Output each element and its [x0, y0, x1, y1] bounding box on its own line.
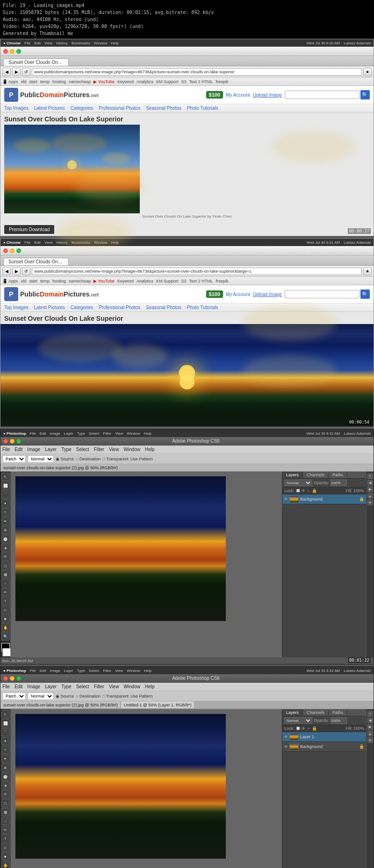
ps-menu-layer-2[interactable]: Layer — [64, 669, 73, 673]
bookmark-youtube-2[interactable]: ▶ YouTube — [94, 279, 115, 283]
ps-tool-brush-2[interactable]: ⬤ — [1, 772, 10, 781]
ps-strip-btn-7[interactable]: ◀ — [367, 718, 373, 723]
ps-menu-help-1[interactable]: Help — [144, 431, 151, 436]
bookmark-analytics-2[interactable]: Analytics — [137, 279, 153, 283]
ps-menu-edit-2[interactable]: Edit — [40, 669, 46, 673]
ps-menu-window-1[interactable]: Window — [127, 431, 140, 436]
ps-mb-image-2[interactable]: Image — [27, 684, 40, 689]
ps-tool-magic-2[interactable]: ✦ — [1, 737, 10, 745]
menu-view-1[interactable]: View — [44, 41, 52, 45]
my-account-link-1[interactable]: My Account — [226, 92, 250, 98]
ps-tool-hand-2[interactable]: ✋ — [1, 861, 10, 868]
ps-strip-btn-3[interactable]: ▶ — [367, 487, 373, 492]
ps-opacity-input-1[interactable] — [331, 480, 347, 486]
ps-mb-layer-2[interactable]: Layer — [45, 684, 57, 689]
ps-mb-help-2[interactable]: Help — [145, 684, 155, 689]
ps-mb-type-2[interactable]: Type — [61, 684, 72, 689]
ps-blend-mode-2[interactable]: Normal — [284, 717, 312, 724]
forward-button-1[interactable]: ▶ — [12, 68, 21, 76]
ps-menu-file-1[interactable]: File — [30, 431, 36, 436]
ps-mb-type-1[interactable]: Type — [61, 447, 72, 452]
bookmark-namecheap-1[interactable]: namecheap — [69, 79, 91, 84]
ps-close-1[interactable] — [3, 439, 8, 444]
bookmark-text2html-2[interactable]: Text 2 HTML — [189, 279, 213, 283]
ps-tool-history-1[interactable]: ⟳ — [1, 552, 10, 561]
ps-strip-btn-1[interactable]: T — [367, 473, 373, 479]
ps-mb-select-2[interactable]: Select — [76, 684, 89, 689]
ps-mb-help-1[interactable]: Help — [145, 447, 155, 452]
bookmark-km-1[interactable]: KM Support — [156, 79, 179, 84]
menu-window-1[interactable]: Window — [94, 41, 107, 45]
search-button-2[interactable]: 🔍 — [360, 289, 370, 299]
ps-mb-layer-1[interactable]: Layer — [45, 447, 57, 452]
bookmark-analytics-1[interactable]: Analytics — [137, 79, 153, 84]
nav-professional-1[interactable]: Professional Photos — [99, 106, 140, 111]
ps-minimize-1[interactable] — [10, 439, 14, 444]
bookmark-keyword-1[interactable]: Keyword — [117, 79, 134, 84]
ps-tool-move-1[interactable]: ↖ — [1, 473, 10, 481]
ps-strip-btn-10[interactable]: ▼ — [367, 737, 373, 743]
ps-mb-edit-2[interactable]: Edit — [14, 684, 22, 689]
ps-tool-eraser-2[interactable]: ◻ — [1, 799, 10, 807]
menu-help-1[interactable]: Help — [111, 41, 119, 45]
ps-strip-btn-9[interactable]: ▲ — [367, 731, 373, 736]
bookmark-old-2[interactable]: old — [21, 279, 27, 283]
bookmark-youtube-1[interactable]: ▶ YouTube — [94, 79, 115, 84]
ps-blend-mode-1[interactable]: Normal — [284, 480, 312, 486]
ps-menu-view-1[interactable]: View — [115, 431, 123, 436]
ps-tool-type-1[interactable]: T — [1, 597, 10, 605]
ps-tool-move-2[interactable]: ↖ — [1, 710, 10, 719]
ps-layer-background-1[interactable]: 👁 Background 🔒 — [282, 494, 366, 504]
nav-categories-1[interactable]: Categories — [71, 106, 93, 111]
star-button-1[interactable]: ★ — [363, 68, 372, 76]
ps-eye-icon-bg-2[interactable]: 👁 — [284, 745, 288, 749]
ps-tool-gradient-2[interactable]: ▦ — [1, 808, 10, 816]
bookmark-freepik-1[interactable]: freepik — [216, 79, 228, 84]
ps-filename-tab-2a[interactable]: sunset-over-clouds-on-lake-superior (2).… — [0, 701, 121, 709]
address-bar-2[interactable]: www.publicdomainpictures.net/view-image.… — [32, 268, 362, 275]
ps-normal-select-2[interactable]: Normal — [28, 692, 54, 700]
upload-image-button-2[interactable]: Upload Image — [253, 292, 282, 297]
back-button-1[interactable]: ◀ — [2, 68, 11, 76]
minimize-button-1[interactable] — [10, 49, 14, 54]
ps-mb-view-2[interactable]: View — [109, 684, 119, 689]
ps-mb-filter-1[interactable]: Filter — [94, 447, 104, 452]
maximize-button-1[interactable] — [16, 49, 21, 54]
minimize-button-2[interactable] — [10, 248, 14, 253]
ps-mb-file-2[interactable]: File — [2, 684, 10, 689]
ps-menu-view-2[interactable]: View — [115, 669, 123, 673]
bookmark-hosting-2[interactable]: hosting — [52, 279, 66, 283]
nav-seasonal-1[interactable]: Seasonal Photos — [146, 106, 181, 111]
nav-top-images-1[interactable]: Top Images — [4, 106, 29, 111]
bookmark-km-2[interactable]: KM Support — [156, 279, 179, 283]
bookmark-temp-1[interactable]: temp — [40, 79, 50, 84]
menu-history-1[interactable]: History — [56, 41, 68, 45]
bookmark-text2html-1[interactable]: Text 2 HTML — [189, 79, 213, 84]
ps-tool-pen-2[interactable]: ✏ — [1, 826, 10, 834]
ps-tool-stamp-2[interactable]: ◈ — [1, 781, 10, 790]
ps-menu-image-1[interactable]: Image — [50, 431, 60, 436]
bookmark-namecheap-2[interactable]: namecheap — [69, 279, 91, 283]
ps-menu-type-1[interactable]: Type — [77, 431, 85, 436]
ps-tab-paths-1[interactable]: Paths — [329, 472, 347, 478]
ps-background-color-1[interactable] — [2, 648, 11, 656]
ps-tool-path-2[interactable]: ▷ — [1, 843, 10, 852]
ps-mb-view-1[interactable]: View — [109, 447, 119, 452]
nav-categories-2[interactable]: Categories — [71, 305, 93, 310]
ps-tool-dodge-1[interactable]: ○ — [1, 579, 10, 587]
upload-image-button-1[interactable]: Upload Image — [253, 92, 282, 98]
bookmark-temp-2[interactable]: temp — [40, 279, 50, 283]
ps-tool-eyedrop-2[interactable]: ✒ — [1, 755, 10, 763]
ps-menu-edit-1[interactable]: Edit — [40, 431, 46, 436]
search-input-2[interactable] — [285, 290, 360, 298]
ps-menu-filter-1[interactable]: Filter — [103, 431, 111, 436]
ps-tool-eyedrop-1[interactable]: ✒ — [1, 517, 10, 525]
ps-tool-magic-1[interactable]: ✦ — [1, 499, 10, 508]
ps-patch-select-2[interactable]: Patch — [2, 692, 26, 700]
ps-tab-layers-1[interactable]: Layers — [282, 472, 303, 478]
ps-tool-type-2[interactable]: T — [1, 834, 10, 843]
bookmark-keyword-2[interactable]: Keyword — [117, 279, 134, 283]
ps-tool-crop-1[interactable]: ⌗ — [1, 508, 10, 516]
ps-tool-marquee-2[interactable]: ⬜ — [1, 719, 10, 727]
ps-minimize-2[interactable] — [10, 676, 14, 681]
